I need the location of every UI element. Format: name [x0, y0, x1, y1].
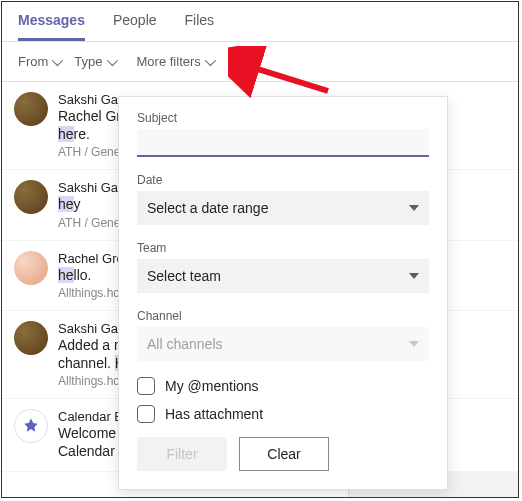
panel-buttons: Filter Clear [137, 437, 429, 471]
channel-label: Channel [137, 309, 429, 323]
filter-button: Filter [137, 437, 227, 471]
team-label: Team [137, 241, 429, 255]
tabs-bar: Messages People Files [2, 2, 518, 42]
channel-select-value: All channels [147, 336, 223, 352]
date-label: Date [137, 173, 429, 187]
tab-files[interactable]: Files [185, 12, 215, 41]
avatar [14, 180, 48, 214]
chevron-down-icon [106, 54, 117, 65]
team-select[interactable]: Select team [137, 259, 429, 293]
mentions-checkbox-label: My @mentions [165, 378, 259, 394]
date-select-value: Select a date range [147, 200, 268, 216]
filter-more-label: More filters [137, 54, 201, 69]
filter-type-label: Type [74, 54, 102, 69]
chevron-down-icon [205, 54, 216, 65]
dropdown-icon [409, 341, 419, 347]
subject-input[interactable] [137, 129, 429, 157]
avatar [14, 92, 48, 126]
filter-from-label: From [18, 54, 48, 69]
mentions-checkbox[interactable]: My @mentions [137, 377, 429, 395]
tab-people[interactable]: People [113, 12, 157, 41]
checkbox-box [137, 377, 155, 395]
more-filters-panel: Subject Date Select a date range Team Se… [118, 96, 448, 490]
subject-label: Subject [137, 111, 429, 125]
date-select[interactable]: Select a date range [137, 191, 429, 225]
avatar [14, 251, 48, 285]
team-select-value: Select team [147, 268, 221, 284]
attachment-checkbox[interactable]: Has attachment [137, 405, 429, 423]
calendar-bot-icon [22, 417, 40, 435]
filter-type[interactable]: Type [74, 54, 114, 69]
avatar [14, 409, 48, 443]
avatar [14, 321, 48, 355]
tab-messages[interactable]: Messages [18, 12, 85, 41]
clear-button[interactable]: Clear [239, 437, 329, 471]
dropdown-icon [409, 205, 419, 211]
channel-select: All channels [137, 327, 429, 361]
filter-from[interactable]: From [18, 54, 60, 69]
checkbox-box [137, 405, 155, 423]
attachment-checkbox-label: Has attachment [165, 406, 263, 422]
filter-bar: From Type More filters [2, 42, 518, 82]
filter-more[interactable]: More filters [129, 52, 221, 71]
dropdown-icon [409, 273, 419, 279]
chevron-down-icon [52, 54, 63, 65]
